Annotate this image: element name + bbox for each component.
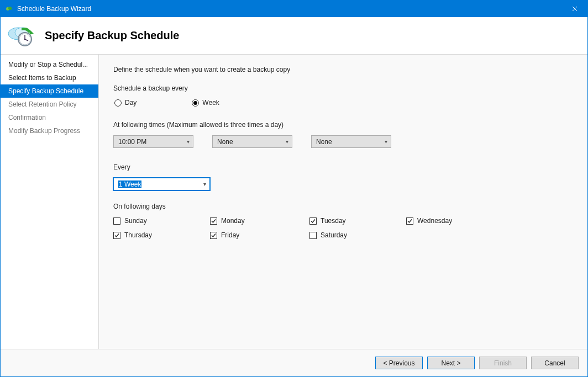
radio-week[interactable]: Week (192, 99, 219, 107)
days-label: On following days (113, 203, 573, 210)
radio-day-indicator (114, 99, 122, 107)
finish-button: Finish (479, 357, 527, 369)
close-icon (572, 6, 578, 12)
radio-day[interactable]: Day (114, 99, 136, 107)
sidebar-step-modify-progress: Modify Backup Progress (1, 124, 98, 137)
schedule-every-label: Schedule a backup every (113, 84, 573, 92)
times-row: 10:00 PM ▾ None ▾ None ▾ (113, 135, 573, 148)
time-select-3[interactable]: None ▾ (311, 135, 391, 148)
every-select[interactable]: 1 Week ▾ (113, 178, 210, 190)
titlebar: Schedule Backup Wizard (1, 1, 587, 17)
sidebar-step-confirmation: Confirmation (1, 111, 98, 124)
time-select-1[interactable]: 10:00 PM ▾ (113, 135, 193, 148)
radio-week-indicator (192, 99, 199, 107)
checkbox-friday-label: Friday (221, 231, 239, 239)
checkbox-tuesday-box (309, 217, 317, 225)
checkbox-friday-box (210, 232, 217, 239)
close-button[interactable] (562, 1, 587, 17)
wizard-body: Modify or Stop a Schedul... Select Items… (1, 55, 587, 349)
checkbox-friday[interactable]: Friday (210, 231, 309, 239)
checkbox-tuesday[interactable]: Tuesday (309, 217, 406, 225)
checkbox-thursday[interactable]: Thursday (113, 231, 210, 239)
sidebar-step-modify-stop[interactable]: Modify or Stop a Schedul... (1, 58, 98, 71)
chevron-down-icon: ▾ (286, 139, 288, 145)
checkbox-saturday-box (309, 232, 317, 239)
chevron-down-icon: ▾ (187, 139, 190, 145)
checkbox-wednesday[interactable]: Wednesday (406, 217, 503, 225)
checkbox-sunday-box (113, 217, 120, 225)
sidebar-step-select-items[interactable]: Select Items to Backup (1, 71, 98, 84)
wizard-steps-sidebar: Modify or Stop a Schedul... Select Items… (1, 55, 99, 349)
next-button[interactable]: Next > (427, 357, 475, 369)
page-title: Specify Backup Schedule (45, 29, 179, 42)
app-icon (5, 4, 14, 13)
radio-week-label: Week (202, 99, 219, 107)
window-title: Schedule Backup Wizard (17, 5, 562, 13)
every-label: Every (113, 163, 573, 171)
chevron-down-icon: ▾ (203, 181, 206, 187)
checkbox-monday-label: Monday (221, 217, 245, 225)
sidebar-step-specify-schedule[interactable]: Specify Backup Schedule (1, 84, 98, 98)
every-select-value: 1 Week (118, 180, 141, 188)
time-select-3-value: None (316, 138, 332, 146)
cancel-button[interactable]: Cancel (531, 357, 579, 369)
checkbox-thursday-box (113, 232, 120, 239)
time-select-2-value: None (217, 138, 233, 146)
schedule-frequency-radios: Day Week (114, 99, 573, 107)
sidebar-step-retention-policy: Select Retention Policy (1, 98, 98, 111)
checkbox-saturday-label: Saturday (321, 231, 347, 239)
checkbox-tuesday-label: Tuesday (321, 217, 346, 225)
checkbox-wednesday-label: Wednesday (417, 217, 452, 225)
checkbox-sunday[interactable]: Sunday (113, 217, 210, 225)
wizard-footer: < Previous Next > Finish Cancel (1, 349, 587, 376)
wizard-content: Define the schedule when you want to cre… (99, 55, 587, 349)
radio-day-label: Day (125, 99, 136, 107)
checkbox-monday[interactable]: Monday (210, 217, 309, 225)
svg-point-9 (24, 38, 26, 40)
instruction-text: Define the schedule when you want to cre… (113, 66, 573, 73)
checkbox-sunday-label: Sunday (124, 217, 147, 225)
checkbox-saturday[interactable]: Saturday (309, 231, 406, 239)
wizard-header-icon (4, 23, 39, 49)
checkbox-monday-box (210, 217, 217, 225)
previous-button[interactable]: < Previous (375, 357, 423, 369)
chevron-down-icon: ▾ (385, 139, 387, 145)
times-label: At following times (Maximum allowed is t… (113, 121, 573, 129)
time-select-2[interactable]: None ▾ (212, 135, 292, 148)
days-grid: Sunday Monday Tuesday Wednesday Thursday (113, 217, 573, 239)
checkbox-wednesday-box (406, 217, 413, 225)
wizard-window: Schedule Backup Wizard Specify Backup Sc… (0, 0, 588, 377)
time-select-1-value: 10:00 PM (118, 138, 146, 146)
checkbox-thursday-label: Thursday (124, 231, 152, 239)
wizard-header: Specify Backup Schedule (1, 17, 587, 55)
